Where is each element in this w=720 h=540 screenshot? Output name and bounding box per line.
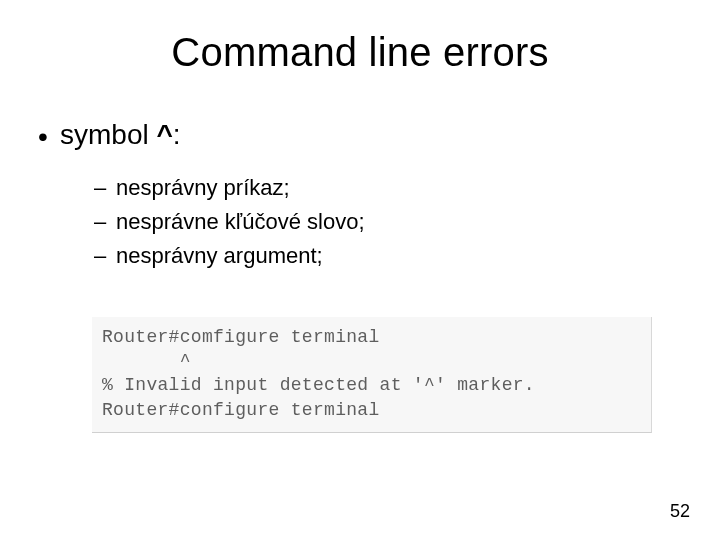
- sub-bullet-list: –nesprávny príkaz; –nesprávne kľúčové sl…: [94, 171, 690, 273]
- slide: Command line errors •symbol ^: –nesprávn…: [0, 0, 720, 540]
- page-title: Command line errors: [30, 30, 690, 75]
- bullet-dot-icon: •: [38, 121, 60, 153]
- terminal-line: Router#comfigure terminal: [102, 327, 380, 347]
- list-item: –nesprávne kľúčové slovo;: [94, 205, 690, 239]
- terminal-line: Router#configure terminal: [102, 400, 380, 420]
- terminal-output: Router#comfigure terminal ^ % Invalid in…: [92, 317, 652, 433]
- list-item: –nesprávny príkaz;: [94, 171, 690, 205]
- main-bullet-prefix: symbol: [60, 119, 156, 150]
- terminal-line: % Invalid input detected at '^' marker.: [102, 375, 535, 395]
- dash-icon: –: [94, 239, 116, 273]
- terminal-line: ^: [102, 351, 191, 371]
- list-item-label: nesprávny argument;: [116, 243, 323, 268]
- list-item-label: nesprávny príkaz;: [116, 175, 290, 200]
- list-item: –nesprávny argument;: [94, 239, 690, 273]
- dash-icon: –: [94, 171, 116, 205]
- dash-icon: –: [94, 205, 116, 239]
- page-number: 52: [670, 501, 690, 522]
- terminal-block: Router#comfigure terminal ^ % Invalid in…: [92, 317, 652, 433]
- main-bullet-suffix: :: [173, 119, 181, 150]
- main-bullet: •symbol ^:: [38, 119, 690, 153]
- main-bullet-symbol: ^: [156, 119, 172, 150]
- list-item-label: nesprávne kľúčové slovo;: [116, 209, 365, 234]
